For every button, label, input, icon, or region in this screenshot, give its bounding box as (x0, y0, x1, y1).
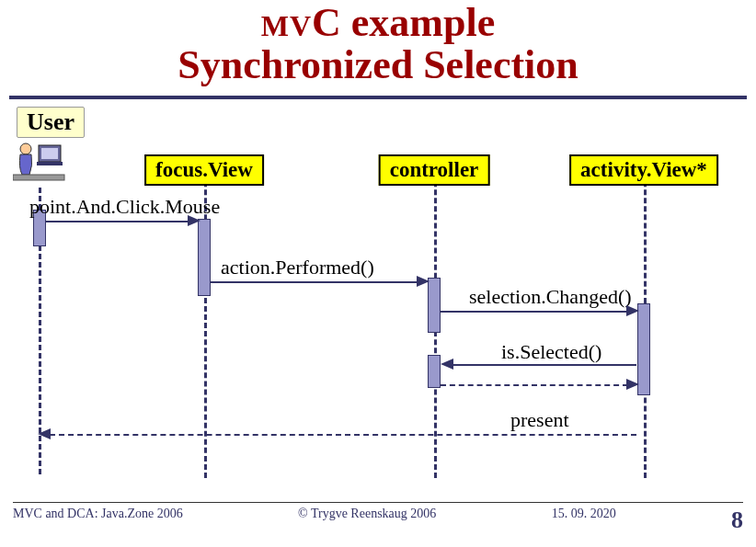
arrow-head-action-performed (417, 276, 430, 287)
footer-page-number: 8 (731, 507, 743, 534)
arrow-is-selected-return (441, 384, 628, 386)
msg-label-is-selected: is.Selected() (501, 340, 601, 364)
user-at-computer-icon (13, 140, 68, 186)
actor-user-label: User (17, 107, 85, 138)
msg-label-present: present (510, 408, 569, 432)
arrow-is-selected (452, 364, 636, 366)
arrow-head-point-and-click (188, 215, 200, 226)
title-prefix: MV (261, 9, 312, 42)
arrow-action-performed (211, 281, 418, 283)
slide-footer: MVC and DCA: Java.Zone 2006 © Trygve Ree… (13, 502, 743, 534)
svg-point-3 (20, 143, 31, 154)
lifeline-box-activity-view: activity.View* (569, 154, 718, 186)
footer-copyright: © Trygve Reenskaug 2006 (298, 507, 436, 534)
msg-label-selection-changed: selection.Changed() (469, 285, 632, 309)
activation-controller-2 (428, 355, 441, 388)
activation-activity-view (637, 303, 650, 395)
activation-focus-view (198, 219, 211, 296)
arrow-head-present (38, 428, 51, 439)
svg-rect-2 (37, 162, 63, 165)
arrow-head-is-selected-return (626, 379, 639, 390)
msg-label-action-performed: action.Performed() (221, 256, 374, 279)
title-underline (9, 96, 747, 99)
title-rest: C example (312, 0, 495, 45)
arrow-selection-changed (441, 311, 628, 313)
footer-date: 15. 09. 2020 (552, 507, 616, 534)
footer-left: MVC and DCA: Java.Zone 2006 (13, 507, 183, 534)
svg-rect-4 (13, 175, 64, 180)
lifeline-box-controller: controller (379, 154, 490, 186)
arrow-head-is-selected (441, 359, 453, 370)
title-subtitle: Synchronized Selection (0, 44, 756, 86)
activation-controller-1 (428, 278, 441, 333)
lifeline-box-focus-view: focus.View (144, 154, 264, 186)
arrow-present (50, 434, 636, 436)
slide-title: MVC example Synchronized Selection (0, 0, 756, 86)
arrow-head-selection-changed (626, 305, 639, 316)
arrow-point-and-click (46, 221, 189, 222)
svg-rect-1 (41, 148, 58, 159)
